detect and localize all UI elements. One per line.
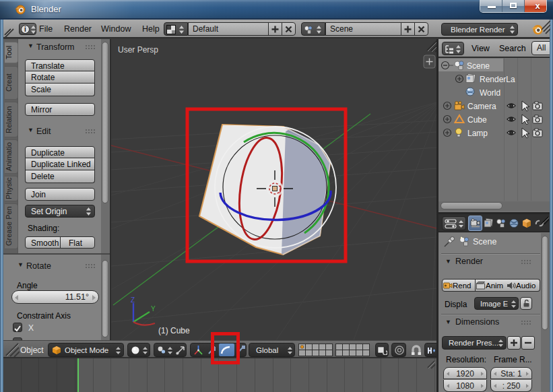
svg-text:Scene: Scene xyxy=(467,61,490,71)
svg-text:(1) Cube: (1) Cube xyxy=(158,326,190,335)
svg-text:RenderLa: RenderLa xyxy=(480,75,515,84)
svg-text:World: World xyxy=(480,88,500,98)
svg-text:Z: Z xyxy=(131,296,135,304)
svg-text:Camera: Camera xyxy=(467,102,496,111)
svg-text:Lamp: Lamp xyxy=(467,129,488,138)
svg-text:User Persp: User Persp xyxy=(118,45,158,55)
svg-text:Cube: Cube xyxy=(467,115,487,125)
svg-text:Y: Y xyxy=(151,305,156,313)
